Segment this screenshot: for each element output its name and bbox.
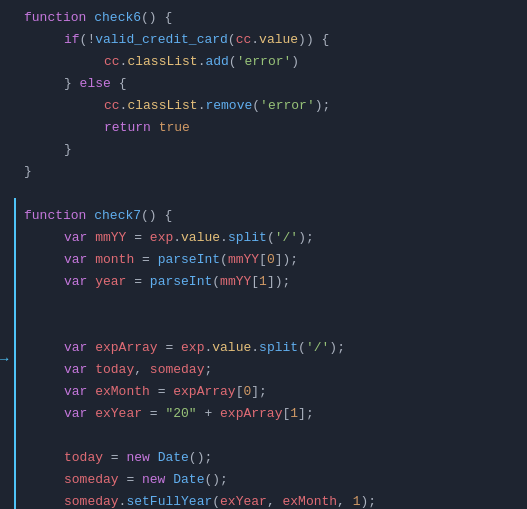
- code-line-23: someday.setFullYear(exYear, exMonth, 1);: [0, 490, 527, 509]
- code-editor: → function check6() { if(!valid_credit_c…: [0, 0, 527, 509]
- code-line-2: if(!valid_credit_card(cc.value)) {: [0, 28, 527, 50]
- code-line-4: } else {: [0, 72, 527, 94]
- code-line-1: function check6() {: [0, 6, 527, 28]
- code-line-12: var month = parseInt(mmYY[0]);: [0, 248, 527, 270]
- code-line-22: someday = new Date();: [0, 468, 527, 490]
- code-line-14: [0, 292, 527, 314]
- code-line-9: [0, 182, 527, 204]
- code-line-10: function check7() {: [0, 204, 527, 226]
- code-line-7: }: [0, 138, 527, 160]
- code-line-15: [0, 314, 527, 336]
- code-line-16: var expArray = exp.value.split('/');: [0, 336, 527, 358]
- code-line-6: return true: [0, 116, 527, 138]
- code-line-11: var mmYY = exp.value.split('/');: [0, 226, 527, 248]
- code-line-3: cc.classList.add('error'): [0, 50, 527, 72]
- code-line-18: var exMonth = expArray[0];: [0, 380, 527, 402]
- code-line-5: cc.classList.remove('error');: [0, 94, 527, 116]
- code-line-21: today = new Date();: [0, 446, 527, 468]
- code-line-8: }: [0, 160, 527, 182]
- code-line-19: var exYear = "20" + expArray[1];: [0, 402, 527, 424]
- code-line-13: var year = parseInt(mmYY[1]);: [0, 270, 527, 292]
- code-line-17: var today, someday;: [0, 358, 527, 380]
- code-line-20: [0, 424, 527, 446]
